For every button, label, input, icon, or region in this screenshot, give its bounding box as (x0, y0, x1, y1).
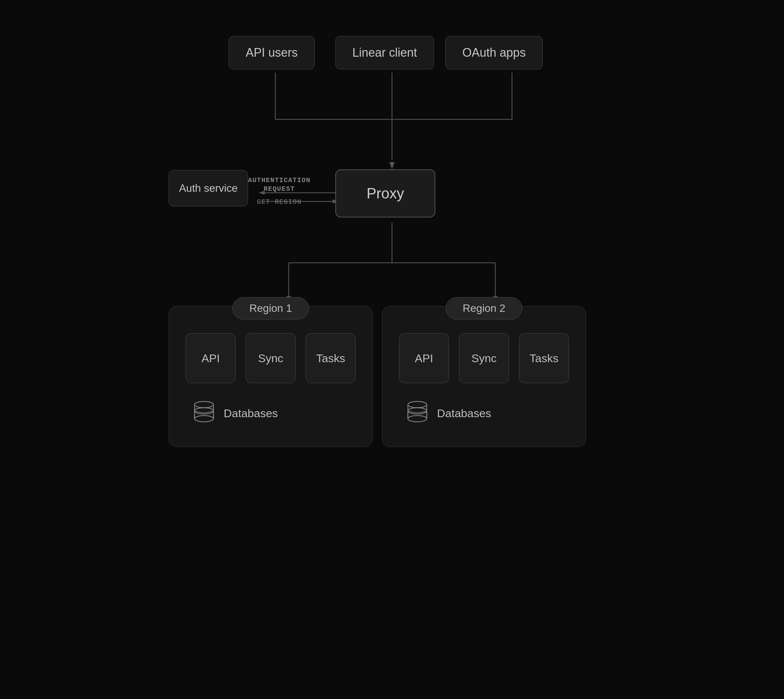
auth-service-label: Auth service (169, 170, 248, 206)
region2-db-icon (406, 400, 429, 427)
region2-container: Region 2 API Sync Tasks Databa (382, 306, 586, 447)
get-region-label: GET REGION (257, 198, 302, 206)
svg-point-16 (195, 401, 213, 408)
region2-tasks-box: Tasks (519, 333, 569, 383)
region2-api-box: API (399, 333, 449, 383)
svg-point-21 (195, 416, 213, 422)
region1-db-label: Databases (224, 407, 278, 420)
architecture-diagram: API users Linear client OAuth apps Auth … (159, 16, 625, 683)
region2-sync-box: Sync (459, 333, 509, 383)
linear-client-box: Linear client (335, 36, 434, 70)
api-users-label: API users (229, 36, 315, 70)
region2-services: API Sync Tasks (399, 333, 569, 383)
region1-container: Region 1 API Sync Tasks (169, 306, 373, 447)
linear-client-label: Linear client (335, 36, 434, 70)
region2-db-label: Databases (437, 407, 491, 420)
region1-sync-box: Sync (246, 333, 296, 383)
proxy-label: Proxy (335, 169, 435, 217)
auth-request-label: AUTHENTICATIONREQUEST (248, 176, 311, 194)
region1-services: API Sync Tasks (186, 333, 356, 383)
api-users-box: API users (229, 36, 315, 70)
region1-db-row: Databases (186, 400, 278, 427)
region2-db-row: Databases (399, 400, 491, 427)
auth-service-box: Auth service (169, 170, 248, 206)
svg-marker-5 (389, 162, 395, 169)
region1-badge: Region 1 (232, 297, 309, 320)
svg-point-24 (408, 401, 427, 408)
region2-badge: Region 2 (446, 297, 522, 320)
region1-db-icon (192, 400, 216, 427)
svg-point-29 (408, 416, 427, 422)
region1-tasks-box: Tasks (306, 333, 356, 383)
region1-api-box: API (186, 333, 236, 383)
oauth-apps-box: OAuth apps (445, 36, 543, 70)
oauth-apps-label: OAuth apps (445, 36, 543, 70)
proxy-box: Proxy (335, 169, 435, 217)
auth-labels: AUTHENTICATIONREQUEST GET REGION (248, 176, 311, 206)
